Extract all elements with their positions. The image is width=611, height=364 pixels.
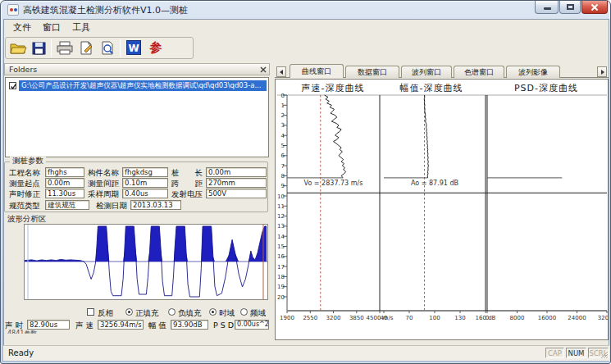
svg-text:40: 40 <box>381 315 388 321</box>
param-field-voltage[interactable]: 500V <box>206 189 267 198</box>
psd-label: P S D <box>213 321 234 330</box>
file-list[interactable]: G:\公司产品设计开发\超声仪器\超声仪实地检测数据调试\qd\qd03\qd0… <box>5 77 269 157</box>
svg-text:2: 2 <box>281 112 285 119</box>
print-preview-button[interactable] <box>98 39 117 57</box>
sound-speed-field[interactable]: 3256.94m/s <box>98 320 144 330</box>
fill-positive-label: 正填充 <box>135 308 159 317</box>
menu-window[interactable]: 窗口 <box>35 21 68 34</box>
svg-text:5: 5 <box>281 143 285 149</box>
svg-text:1900: 1900 <box>280 315 294 321</box>
freq-domain-label: 频域 <box>250 308 266 317</box>
fill-negative-label: 负填充 <box>178 308 202 317</box>
waveform-svg <box>25 225 267 299</box>
velocity-chart-title: 声速-深度曲线 <box>280 82 386 94</box>
window-title: 高铁建筑混凝土检测分析软件V1.0—测桩 <box>23 4 188 16</box>
svg-text:3200: 3200 <box>326 315 341 321</box>
invert-checkbox[interactable] <box>87 308 94 316</box>
param-field-date[interactable]: 2013.03.13 <box>130 200 181 210</box>
param-field-span[interactable]: 270mm <box>206 178 267 188</box>
toolbar-separator <box>120 39 121 57</box>
psd-field[interactable]: 0.00us^2/m <box>235 320 269 330</box>
page-pen-icon <box>76 39 96 57</box>
tab-scroll-left-button[interactable] <box>276 66 286 77</box>
param-label: 声时修正 <box>9 189 40 199</box>
svg-text:19: 19 <box>277 284 285 290</box>
parameter-button[interactable]: 参 <box>146 39 166 57</box>
svg-text:12: 12 <box>277 213 285 220</box>
save-button[interactable] <box>30 39 49 57</box>
param-field-project[interactable]: fhghs <box>45 167 84 177</box>
svg-text:Vo = 2837.73 m/s: Vo = 2837.73 m/s <box>304 180 363 187</box>
svg-text:8: 8 <box>281 173 285 180</box>
svg-text:Ao = 87.91 dB: Ao = 87.91 dB <box>411 180 458 187</box>
svg-text:11: 11 <box>277 203 285 210</box>
waveform-canvas[interactable] <box>24 224 268 300</box>
minimize-button[interactable] <box>535 1 559 14</box>
close-icon <box>590 3 599 11</box>
svg-text:130: 130 <box>454 315 465 321</box>
tab-spectrum-window[interactable]: 色谱窗口 <box>454 66 504 78</box>
param-field-pile-length[interactable]: 0.00m <box>206 167 267 177</box>
check-icon <box>10 83 17 90</box>
app-window: 高铁建筑混凝土检测分析软件V1.0—测桩 文件 窗口 工具 W 参 Folder… <box>0 0 611 364</box>
folders-pane-title: Folders <box>9 65 37 74</box>
freq-domain-radio[interactable] <box>240 308 248 316</box>
file-list-item[interactable]: G:\公司产品设计开发\超声仪器\超声仪实地检测数据调试\qd\qd03\qd0… <box>7 80 267 91</box>
checkbox-checked-icon[interactable] <box>9 82 16 89</box>
tab-data-window[interactable]: 数据窗口 <box>345 66 399 78</box>
print-button[interactable] <box>55 39 75 57</box>
param-label: 桩 长 <box>171 168 203 178</box>
svg-text:0: 0 <box>486 315 489 321</box>
tab-scroll-right-button[interactable] <box>597 66 607 77</box>
time-domain-radio[interactable] <box>209 308 217 316</box>
svg-text:18: 18 <box>277 274 285 280</box>
sound-time-field[interactable]: 82.90us <box>27 320 70 330</box>
close-button[interactable] <box>581 1 608 14</box>
pane-close-button[interactable] <box>260 66 267 73</box>
svg-text:8000: 8000 <box>510 315 525 321</box>
clipped-bottom-text: 4841参数 <box>7 330 114 334</box>
fill-positive-radio[interactable] <box>125 308 133 316</box>
status-bar <box>3 345 609 361</box>
svg-text:7: 7 <box>281 163 285 170</box>
folders-pane-header[interactable]: Folders <box>4 63 270 75</box>
fill-negative-radio[interactable] <box>168 308 176 316</box>
svg-text:10: 10 <box>277 193 285 200</box>
charts-svg: 0123456789101112131415161718192019002550… <box>276 80 608 339</box>
open-folder-icon <box>8 39 28 57</box>
svg-text:100: 100 <box>429 315 440 321</box>
psd-chart-title: PSD-深度曲线 <box>493 82 600 94</box>
curve-chart-area[interactable]: 0123456789101112131415161718192019002550… <box>275 79 609 340</box>
amplitude-field[interactable]: 93.90dB <box>171 320 208 330</box>
param-field-spec-type[interactable]: 建筑规范 <box>45 200 89 210</box>
param-label: 采样周期 <box>88 189 119 199</box>
grip-icon <box>600 350 609 359</box>
page-magnifier-icon <box>98 39 117 57</box>
svg-text:17: 17 <box>277 264 285 271</box>
tab-wavetrain-image[interactable]: 波列影像 <box>506 66 560 78</box>
printer-icon <box>55 39 75 57</box>
open-file-button[interactable] <box>8 39 28 57</box>
amplitude-chart-title: 幅值-深度曲线 <box>378 82 485 94</box>
param-field-start[interactable]: 0.00m <box>45 178 84 188</box>
word-export-button[interactable]: W <box>124 39 144 57</box>
menu-tools[interactable]: 工具 <box>65 21 98 34</box>
tab-curve-window[interactable]: 曲线窗口 <box>290 64 344 78</box>
title-bar[interactable]: 高铁建筑混凝土检测分析软件V1.0—测桩 <box>1 1 610 19</box>
app-icon <box>7 4 19 16</box>
menu-file[interactable]: 文件 <box>6 21 39 34</box>
maximize-button[interactable] <box>559 1 581 14</box>
param-label: 测量起点 <box>9 179 40 189</box>
param-field-sample-period[interactable]: 0.40us <box>122 189 168 198</box>
export-report-button[interactable] <box>76 39 96 57</box>
param-field-interval[interactable]: 0.10m <box>122 178 168 188</box>
status-message: Ready <box>8 348 34 357</box>
param-field-time-corr[interactable]: 11.30us <box>45 189 84 198</box>
caps-lock-indicator: CAP <box>545 348 564 358</box>
svg-text:3: 3 <box>281 122 285 129</box>
invert-label: 反相 <box>98 308 113 317</box>
tab-wavetrain-window[interactable]: 波列窗口 <box>401 66 452 78</box>
svg-text:1: 1 <box>281 102 285 109</box>
param-field-component[interactable]: fhgkdsg <box>122 167 168 177</box>
arrow-right-icon <box>601 70 604 75</box>
